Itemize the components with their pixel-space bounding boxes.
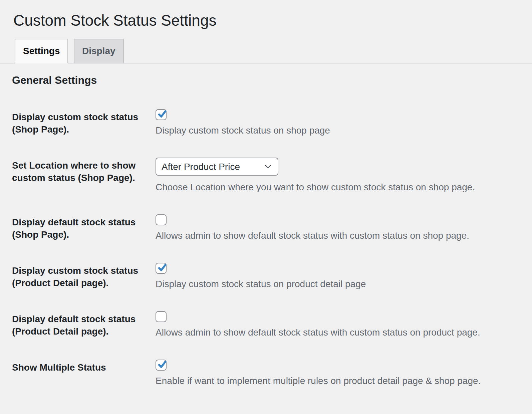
setting-description: Display custom stock status on shop page [156, 125, 520, 136]
setting-description: Enable if want to implement multiple rul… [156, 375, 520, 387]
section-heading: General Settings [12, 74, 520, 86]
row-display-custom-stock-shop: Display custom stock status (Shop Page).… [12, 109, 520, 136]
setting-label: Set Location where to show custom status… [12, 158, 156, 184]
setting-description: Allows admin to show default stock statu… [156, 230, 520, 241]
check-icon [157, 109, 168, 120]
row-display-custom-stock-product: Display custom stock status (Product Det… [12, 263, 520, 290]
row-location-shop: Set Location where to show custom status… [12, 158, 520, 193]
setting-control: After Product Price Choose Location wher… [156, 158, 520, 193]
setting-control: Allows admin to show default stock statu… [156, 214, 520, 241]
setting-label: Display custom stock status (Shop Page). [12, 109, 156, 136]
setting-control: Enable if want to implement multiple rul… [156, 360, 520, 387]
display-default-stock-shop-checkbox[interactable] [156, 214, 167, 225]
check-icon [157, 359, 168, 370]
row-display-default-stock-shop: Display default stock status (Shop Page)… [12, 214, 520, 241]
location-select-wrap: After Product Price [156, 158, 278, 176]
settings-page: Custom Stock Status Settings Settings Di… [0, 11, 532, 387]
setting-description: Choose Location where you want to show c… [156, 182, 520, 193]
setting-description: Display custom stock status on product d… [156, 278, 520, 290]
display-custom-stock-shop-checkbox[interactable] [156, 109, 167, 120]
page-title: Custom Stock Status Settings [13, 11, 520, 30]
setting-label: Display default stock status (Product De… [12, 311, 156, 338]
display-custom-stock-product-checkbox[interactable] [156, 263, 167, 274]
row-show-multiple-status: Show Multiple Status Enable if want to i… [12, 360, 520, 387]
setting-label: Show Multiple Status [12, 360, 156, 374]
settings-form: Display custom stock status (Shop Page).… [12, 109, 520, 387]
setting-description: Allows admin to show default stock statu… [156, 327, 520, 338]
setting-control: Allows admin to show default stock statu… [156, 311, 520, 338]
setting-label: Display default stock status (Shop Page)… [12, 214, 156, 241]
check-icon [157, 262, 168, 273]
setting-label: Display custom stock status (Product Det… [12, 263, 156, 289]
location-select[interactable]: After Product Price [156, 158, 278, 176]
tab-display[interactable]: Display [74, 39, 124, 63]
tab-settings[interactable]: Settings [15, 39, 68, 63]
display-default-stock-product-checkbox[interactable] [156, 311, 167, 322]
show-multiple-status-checkbox[interactable] [156, 360, 167, 371]
setting-control: Display custom stock status on shop page [156, 109, 520, 136]
tab-bar: Settings Display [0, 39, 532, 63]
setting-control: Display custom stock status on product d… [156, 263, 520, 290]
row-display-default-stock-product: Display default stock status (Product De… [12, 311, 520, 338]
